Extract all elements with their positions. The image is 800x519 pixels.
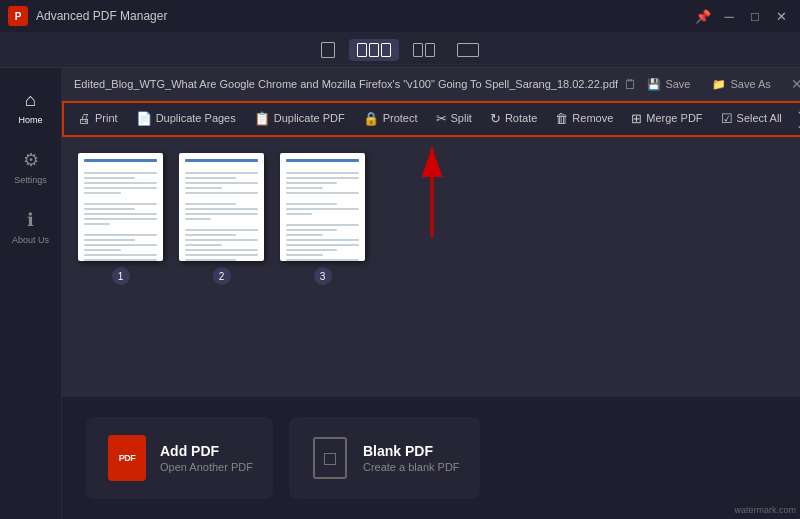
title-bar-controls: 📌 ─ □ ✕ — [692, 5, 792, 27]
file-icon: 🗒 — [624, 77, 637, 92]
viewer-wrapper: 1 — [62, 137, 800, 397]
protect-icon: 🔒 — [363, 111, 379, 126]
add-pdf-title: Add PDF — [160, 443, 253, 459]
page-number-1: 1 — [112, 267, 130, 285]
file-header: Edited_Blog_WTG_What Are Google Chrome a… — [62, 68, 800, 101]
app-icon: P — [8, 6, 28, 26]
protect-label: Protect — [383, 112, 418, 124]
add-pdf-subtitle: Open Another PDF — [160, 461, 253, 473]
content-wrapper: Edited_Blog_WTG_What Are Google Chrome a… — [62, 68, 800, 519]
save-icon: 💾 — [647, 78, 661, 91]
add-pdf-icon-container: PDF — [106, 433, 148, 483]
blank-pdf-subtitle: Create a blank PDF — [363, 461, 460, 473]
blank-add-icon: □ — [313, 437, 347, 479]
select-all-label: Select All — [737, 112, 782, 124]
duplicate-pdf-label: Duplicate PDF — [274, 112, 345, 124]
duplicate-pages-button[interactable]: 📄 Duplicate Pages — [128, 106, 244, 131]
toolbar: 🖨 Print 📄 Duplicate Pages 📋 Duplicate PD… — [62, 101, 800, 137]
blank-pdf-icon-container: □ — [309, 433, 351, 483]
blank-pdf-title: Blank PDF — [363, 443, 460, 459]
watermark: watermark.com — [734, 505, 796, 515]
content-area: Edited_Blog_WTG_What Are Google Chrome a… — [62, 68, 800, 397]
save-as-icon: 📁 — [712, 78, 726, 91]
page-number-2: 2 — [213, 267, 231, 285]
add-pdf-text: Add PDF Open Another PDF — [160, 443, 253, 473]
sidebar-item-about-label: About Us — [12, 235, 49, 245]
duplicate-pdf-icon: 📋 — [254, 111, 270, 126]
remove-label: Remove — [572, 112, 613, 124]
blank-pdf-card[interactable]: □ Blank PDF Create a blank PDF — [289, 417, 480, 499]
home-icon: ⌂ — [25, 90, 36, 111]
pdf-add-icon: PDF — [108, 435, 146, 481]
settings-icon: ⚙ — [23, 149, 39, 171]
rotate-button[interactable]: ↻ Rotate — [482, 106, 545, 131]
split-icon: ✂ — [436, 111, 447, 126]
tab-wide[interactable] — [449, 39, 487, 61]
add-pdf-card[interactable]: PDF Add PDF Open Another PDF — [86, 417, 273, 499]
remove-button[interactable]: 🗑 Remove — [547, 106, 621, 131]
print-button[interactable]: 🖨 Print — [70, 106, 126, 131]
title-bar-left: P Advanced PDF Manager — [8, 6, 167, 26]
sidebar-item-settings[interactable]: ⚙ Settings — [3, 139, 59, 195]
rotate-label: Rotate — [505, 112, 537, 124]
duplicate-pdf-button[interactable]: 📋 Duplicate PDF — [246, 106, 353, 131]
save-as-label: Save As — [730, 78, 770, 90]
tab-side-by-side[interactable] — [405, 39, 443, 61]
toolbar-more-button[interactable]: ❯ — [792, 105, 800, 132]
file-actions: 💾 Save 📁 Save As ✕ — [639, 74, 800, 94]
save-as-button[interactable]: 📁 Save As — [704, 75, 778, 94]
pdf-thumbnail-1[interactable] — [78, 153, 163, 261]
split-button[interactable]: ✂ Split — [428, 106, 480, 131]
sidebar-item-about[interactable]: ℹ About Us — [3, 199, 59, 255]
print-label: Print — [95, 112, 118, 124]
minimize-button[interactable]: ─ — [718, 5, 740, 27]
merge-pdf-button[interactable]: ⊞ Merge PDF — [623, 106, 710, 131]
sidebar-item-home[interactable]: ⌂ Home — [3, 80, 59, 135]
close-file-button[interactable]: ✕ — [785, 74, 800, 94]
protect-button[interactable]: 🔒 Protect — [355, 106, 426, 131]
pin-button[interactable]: 📌 — [692, 5, 714, 27]
blank-pdf-text: Blank PDF Create a blank PDF — [363, 443, 460, 473]
remove-icon: 🗑 — [555, 111, 568, 126]
select-all-button[interactable]: ☑ Select All — [713, 106, 790, 131]
sidebar-item-settings-label: Settings — [14, 175, 47, 185]
pdf-page-3: 3 — [280, 153, 365, 381]
pdf-page-2: 2 — [179, 153, 264, 381]
title-bar-title: Advanced PDF Manager — [36, 9, 167, 23]
duplicate-pages-icon: 📄 — [136, 111, 152, 126]
main-layout: ⌂ Home ⚙ Settings ℹ About Us Edited_Blog… — [0, 68, 800, 519]
maximize-button[interactable]: □ — [744, 5, 766, 27]
sidebar-item-home-label: Home — [18, 115, 42, 125]
save-button[interactable]: 💾 Save — [639, 75, 698, 94]
select-all-icon: ☑ — [721, 111, 733, 126]
tab-single[interactable] — [313, 38, 343, 62]
page-number-3: 3 — [314, 267, 332, 285]
merge-pdf-label: Merge PDF — [646, 112, 702, 124]
blank-icon-symbol: □ — [324, 447, 336, 470]
title-bar: P Advanced PDF Manager 📌 ─ □ ✕ — [0, 0, 800, 32]
merge-pdf-icon: ⊞ — [631, 111, 642, 126]
print-icon: 🖨 — [78, 111, 91, 126]
sidebar: ⌂ Home ⚙ Settings ℹ About Us — [0, 68, 62, 519]
tab-bar — [0, 32, 800, 68]
rotate-icon: ↻ — [490, 111, 501, 126]
pdf-thumbnail-3[interactable] — [280, 153, 365, 261]
pdf-thumbnail-2[interactable] — [179, 153, 264, 261]
close-button[interactable]: ✕ — [770, 5, 792, 27]
file-name-container: Edited_Blog_WTG_What Are Google Chrome a… — [74, 77, 639, 92]
file-name-text: Edited_Blog_WTG_What Are Google Chrome a… — [74, 78, 618, 90]
pdf-page-1: 1 — [78, 153, 163, 381]
tab-double[interactable] — [349, 39, 399, 61]
duplicate-pages-label: Duplicate Pages — [156, 112, 236, 124]
split-label: Split — [451, 112, 472, 124]
save-label: Save — [665, 78, 690, 90]
pdf-viewer[interactable]: 1 — [62, 137, 800, 397]
info-icon: ℹ — [27, 209, 34, 231]
bottom-section: PDF Add PDF Open Another PDF □ Blank PDF… — [62, 397, 800, 519]
